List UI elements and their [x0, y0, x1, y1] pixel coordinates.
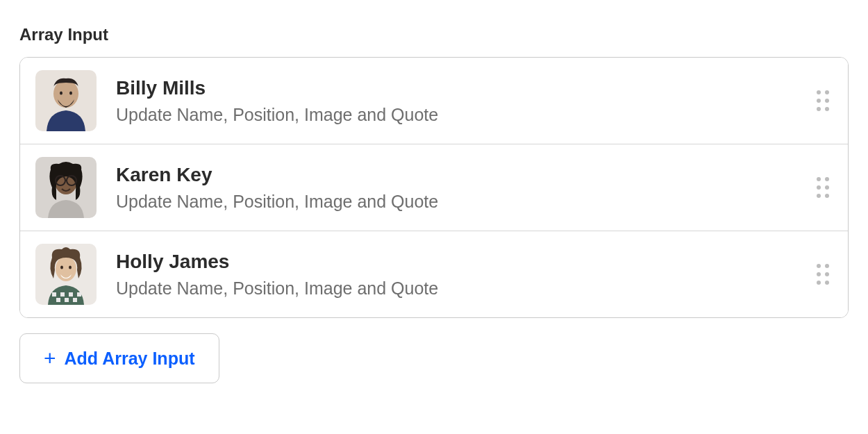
array-item[interactable]: Holly James Update Name, Position, Image…	[20, 231, 848, 317]
item-title: Billy Mills	[116, 77, 805, 99]
svg-point-2	[60, 92, 62, 95]
add-button-label: Add Array Input	[65, 349, 195, 369]
item-title: Karen Key	[116, 164, 805, 186]
svg-rect-17	[56, 298, 60, 302]
item-content: Holly James Update Name, Position, Image…	[116, 251, 805, 299]
plus-icon: +	[44, 348, 56, 369]
avatar	[35, 244, 97, 305]
item-subtitle: Update Name, Position, Image and Quote	[116, 278, 805, 299]
avatar	[35, 70, 97, 131]
drag-handle-icon[interactable]	[813, 260, 833, 288]
svg-rect-18	[65, 298, 69, 302]
svg-rect-13	[52, 292, 56, 297]
item-subtitle: Update Name, Position, Image and Quote	[116, 105, 805, 125]
array-item[interactable]: Karen Key Update Name, Position, Image a…	[20, 144, 848, 231]
item-subtitle: Update Name, Position, Image and Quote	[116, 192, 805, 212]
drag-handle-icon[interactable]	[813, 87, 833, 115]
array-item[interactable]: Billy Mills Update Name, Position, Image…	[20, 58, 848, 144]
svg-point-1	[53, 80, 78, 108]
svg-point-12	[69, 266, 72, 269]
array-input-section: Array Input Billy Mills Update Name, Pos…	[19, 25, 849, 383]
section-label: Array Input	[19, 25, 849, 44]
item-content: Karen Key Update Name, Position, Image a…	[116, 164, 805, 212]
array-items-container: Billy Mills Update Name, Position, Image…	[19, 57, 849, 318]
drag-handle-icon[interactable]	[813, 174, 833, 201]
svg-rect-19	[73, 298, 77, 302]
svg-rect-14	[60, 292, 65, 297]
item-title: Holly James	[116, 251, 805, 273]
svg-rect-16	[77, 292, 81, 297]
svg-point-3	[69, 92, 72, 95]
svg-point-10	[56, 256, 76, 281]
svg-rect-15	[69, 292, 73, 297]
svg-point-11	[60, 266, 63, 269]
item-content: Billy Mills Update Name, Position, Image…	[116, 77, 805, 125]
avatar	[35, 157, 97, 218]
add-array-input-button[interactable]: + Add Array Input	[19, 333, 219, 383]
